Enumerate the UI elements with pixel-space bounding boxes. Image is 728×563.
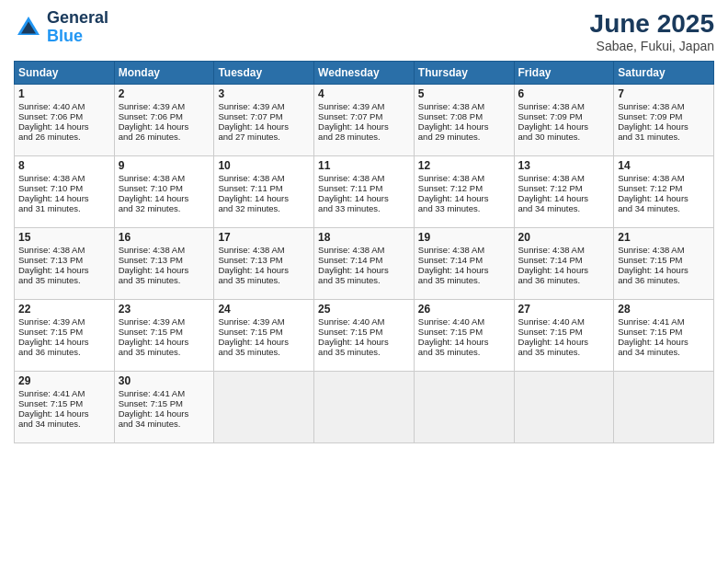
- list-item: 9 Sunrise: 4:38 AM Sunset: 7:10 PM Dayli…: [114, 156, 214, 228]
- list-item: [214, 372, 314, 443]
- list-item: 18 Sunrise: 4:38 AM Sunset: 7:14 PM Dayl…: [314, 228, 415, 300]
- list-item: 20 Sunrise: 4:38 AM Sunset: 7:14 PM Dayl…: [514, 228, 614, 300]
- logo-text: General Blue: [47, 9, 108, 46]
- col-thursday: Thursday: [414, 62, 514, 85]
- col-wednesday: Wednesday: [314, 62, 415, 85]
- page: General Blue June 2025 Sabae, Fukui, Jap…: [0, 0, 728, 563]
- list-item: [414, 372, 514, 443]
- list-item: 1 Sunrise: 4:40 AM Sunset: 7:06 PM Dayli…: [15, 85, 115, 156]
- page-title: June 2025: [590, 9, 714, 39]
- col-saturday: Saturday: [614, 62, 714, 85]
- title-block: June 2025 Sabae, Fukui, Japan: [590, 9, 714, 53]
- list-item: 10 Sunrise: 4:38 AM Sunset: 7:11 PM Dayl…: [214, 156, 314, 228]
- logo: General Blue: [14, 9, 108, 46]
- list-item: 13 Sunrise: 4:38 AM Sunset: 7:12 PM Dayl…: [514, 156, 614, 228]
- calendar-table: Sunday Monday Tuesday Wednesday Thursday…: [14, 61, 714, 443]
- header: General Blue June 2025 Sabae, Fukui, Jap…: [14, 9, 714, 53]
- list-item: 26 Sunrise: 4:40 AM Sunset: 7:15 PM Dayl…: [414, 300, 514, 372]
- list-item: 15 Sunrise: 4:38 AM Sunset: 7:13 PM Dayl…: [15, 228, 115, 300]
- list-item: [614, 372, 714, 443]
- list-item: 23 Sunrise: 4:39 AM Sunset: 7:15 PM Dayl…: [114, 300, 214, 372]
- list-item: 19 Sunrise: 4:38 AM Sunset: 7:14 PM Dayl…: [414, 228, 514, 300]
- list-item: 28 Sunrise: 4:41 AM Sunset: 7:15 PM Dayl…: [614, 300, 714, 372]
- list-item: 4 Sunrise: 4:39 AM Sunset: 7:07 PM Dayli…: [314, 85, 415, 156]
- col-monday: Monday: [114, 62, 214, 85]
- list-item: 29 Sunrise: 4:41 AM Sunset: 7:15 PM Dayl…: [15, 372, 115, 443]
- list-item: 14 Sunrise: 4:38 AM Sunset: 7:12 PM Dayl…: [614, 156, 714, 228]
- table-row: 8 Sunrise: 4:38 AM Sunset: 7:10 PM Dayli…: [15, 156, 714, 228]
- list-item: 21 Sunrise: 4:38 AM Sunset: 7:15 PM Dayl…: [614, 228, 714, 300]
- list-item: 27 Sunrise: 4:40 AM Sunset: 7:15 PM Dayl…: [514, 300, 614, 372]
- list-item: 16 Sunrise: 4:38 AM Sunset: 7:13 PM Dayl…: [114, 228, 214, 300]
- list-item: 2 Sunrise: 4:39 AM Sunset: 7:06 PM Dayli…: [114, 85, 214, 156]
- col-sunday: Sunday: [15, 62, 115, 85]
- col-tuesday: Tuesday: [214, 62, 314, 85]
- list-item: 8 Sunrise: 4:38 AM Sunset: 7:10 PM Dayli…: [15, 156, 115, 228]
- list-item: 6 Sunrise: 4:38 AM Sunset: 7:09 PM Dayli…: [514, 85, 614, 156]
- list-item: 7 Sunrise: 4:38 AM Sunset: 7:09 PM Dayli…: [614, 85, 714, 156]
- table-row: 29 Sunrise: 4:41 AM Sunset: 7:15 PM Dayl…: [15, 372, 714, 443]
- list-item: 30 Sunrise: 4:41 AM Sunset: 7:15 PM Dayl…: [114, 372, 214, 443]
- list-item: [314, 372, 415, 443]
- logo-icon: [14, 13, 43, 42]
- col-friday: Friday: [514, 62, 614, 85]
- list-item: 11 Sunrise: 4:38 AM Sunset: 7:11 PM Dayl…: [314, 156, 415, 228]
- list-item: 25 Sunrise: 4:40 AM Sunset: 7:15 PM Dayl…: [314, 300, 415, 372]
- table-row: 1 Sunrise: 4:40 AM Sunset: 7:06 PM Dayli…: [15, 85, 714, 156]
- list-item: [514, 372, 614, 443]
- table-row: 15 Sunrise: 4:38 AM Sunset: 7:13 PM Dayl…: [15, 228, 714, 300]
- list-item: 17 Sunrise: 4:38 AM Sunset: 7:13 PM Dayl…: [214, 228, 314, 300]
- page-subtitle: Sabae, Fukui, Japan: [590, 39, 714, 53]
- list-item: 12 Sunrise: 4:38 AM Sunset: 7:12 PM Dayl…: [414, 156, 514, 228]
- list-item: 22 Sunrise: 4:39 AM Sunset: 7:15 PM Dayl…: [15, 300, 115, 372]
- list-item: 3 Sunrise: 4:39 AM Sunset: 7:07 PM Dayli…: [214, 85, 314, 156]
- list-item: 5 Sunrise: 4:38 AM Sunset: 7:08 PM Dayli…: [414, 85, 514, 156]
- table-row: 22 Sunrise: 4:39 AM Sunset: 7:15 PM Dayl…: [15, 300, 714, 372]
- list-item: 24 Sunrise: 4:39 AM Sunset: 7:15 PM Dayl…: [214, 300, 314, 372]
- calendar-header-row: Sunday Monday Tuesday Wednesday Thursday…: [15, 62, 714, 85]
